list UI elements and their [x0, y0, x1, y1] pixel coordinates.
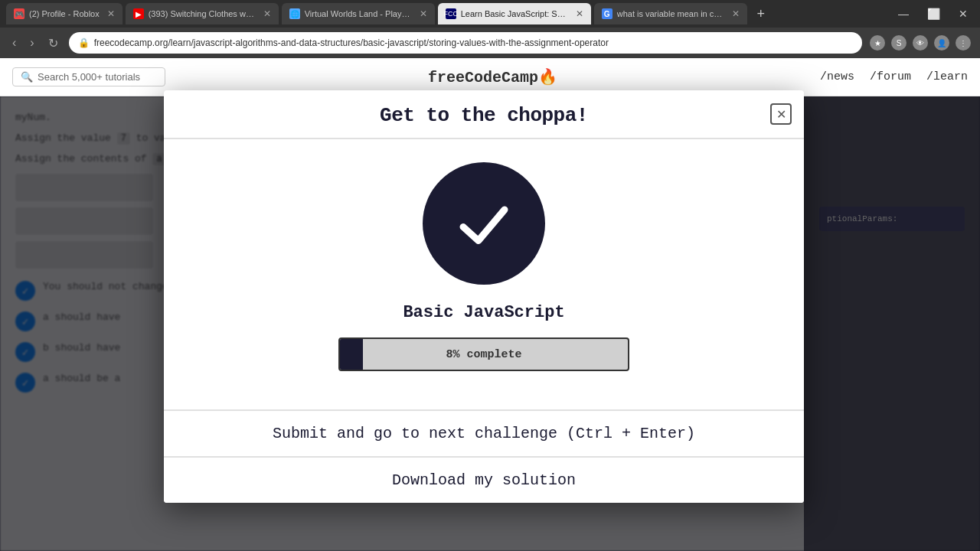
progress-bar-container: 8% complete: [338, 337, 629, 371]
modal-title: Get to the choppa!: [380, 104, 588, 127]
new-tab-button[interactable]: +: [750, 3, 772, 24]
back-button[interactable]: ‹: [9, 34, 19, 51]
tab-fcc[interactable]: FCC Learn Basic JavaScript: Storing ... …: [438, 3, 591, 24]
tab-roblox-favicon: 🎮: [14, 8, 24, 19]
course-title: Basic JavaScript: [403, 303, 564, 322]
browser-chrome: 🎮 (2) Profile - Roblox ✕ ▶ (393) Switchi…: [0, 0, 980, 58]
tab-fcc-favicon: FCC: [446, 8, 456, 19]
nav-link-forum[interactable]: /forum: [870, 70, 911, 83]
address-text: freecodecamp.org/learn/javascript-algori…: [94, 37, 609, 48]
search-placeholder: Search 5,000+ tutorials: [38, 71, 140, 83]
search-icon: 🔍: [21, 71, 33, 83]
success-modal: Get to the choppa! ✕ Basic JavaScript 8%…: [164, 90, 804, 503]
tab-vw-close[interactable]: ✕: [420, 8, 427, 19]
download-solution-button[interactable]: Download my solution: [164, 458, 804, 503]
address-bar-row: ‹ › ↻ 🔒 freecodecamp.org/learn/javascrip…: [0, 28, 980, 58]
checkmark-icon: [449, 189, 518, 258]
tab-css[interactable]: G what is variable mean in css -... ✕: [594, 3, 747, 24]
minimize-button[interactable]: —: [892, 8, 915, 20]
tab-css-title: what is variable mean in css -...: [617, 9, 724, 18]
tab-youtube-title: (393) Switching Clothes with m: [149, 9, 256, 18]
submit-next-button[interactable]: Submit and go to next challenge (Ctrl + …: [164, 411, 804, 458]
bookmark-icon[interactable]: ★: [870, 35, 885, 51]
tab-fcc-close[interactable]: ✕: [576, 8, 583, 19]
fcc-search[interactable]: 🔍 Search 5,000+ tutorials: [12, 67, 165, 86]
forward-button[interactable]: ›: [27, 34, 37, 51]
tab-roblox-close[interactable]: ✕: [107, 8, 115, 19]
fcc-logo: freeCodeCamp🔥: [165, 67, 820, 86]
nav-link-news[interactable]: /news: [820, 70, 854, 83]
window-controls: — ⬜ ✕: [892, 8, 974, 20]
tab-vw-title: Virtual Worlds Land - Play Sec...: [305, 9, 412, 18]
success-circle: [423, 162, 545, 285]
fcc-links: /news /forum /learn: [820, 70, 968, 83]
address-bar[interactable]: 🔒 freecodecamp.org/learn/javascript-algo…: [69, 32, 862, 54]
tab-roblox-title: (2) Profile - Roblox: [29, 9, 100, 18]
tab-vw[interactable]: 🌐 Virtual Worlds Land - Play Sec... ✕: [282, 3, 435, 24]
tab-youtube-favicon: ▶: [133, 8, 144, 19]
close-button[interactable]: ✕: [952, 8, 974, 20]
extension-icon-2[interactable]: 👁: [913, 35, 928, 51]
modal-footer: Submit and go to next challenge (Ctrl + …: [164, 409, 804, 503]
tab-vw-favicon: 🌐: [289, 8, 300, 19]
nav-link-learn[interactable]: /learn: [926, 70, 968, 83]
tab-fcc-title: Learn Basic JavaScript: Storing ...: [461, 9, 568, 18]
modal-header: Get to the choppa! ✕: [164, 90, 804, 139]
tab-css-favicon: G: [602, 8, 612, 19]
tab-roblox[interactable]: 🎮 (2) Profile - Roblox ✕: [6, 3, 122, 24]
progress-text: 8% complete: [340, 348, 628, 361]
tab-youtube-close[interactable]: ✕: [263, 8, 271, 19]
profile-icon[interactable]: 👤: [934, 35, 949, 51]
reload-button[interactable]: ↻: [45, 34, 61, 52]
lock-icon: 🔒: [78, 37, 90, 48]
toolbar-right: ★ S 👁 👤 ⋮: [870, 35, 971, 51]
tab-youtube[interactable]: ▶ (393) Switching Clothes with m ✕: [126, 3, 279, 24]
tab-bar: 🎮 (2) Profile - Roblox ✕ ▶ (393) Switchi…: [0, 0, 980, 28]
tab-css-close[interactable]: ✕: [732, 8, 740, 19]
extension-icon-1[interactable]: S: [891, 35, 906, 51]
modal-body: Basic JavaScript 8% complete: [164, 139, 804, 409]
modal-close-button[interactable]: ✕: [770, 103, 792, 125]
menu-icon[interactable]: ⋮: [956, 35, 971, 51]
maximize-button[interactable]: ⬜: [921, 8, 946, 20]
